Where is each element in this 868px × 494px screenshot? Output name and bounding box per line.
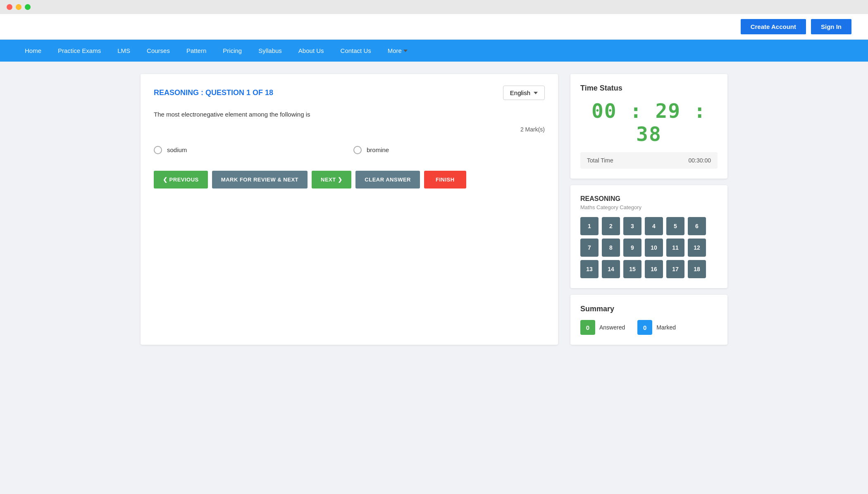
options-grid: sodium bromine: [154, 146, 545, 154]
total-time-value: 00:30:00: [689, 157, 711, 164]
language-dropdown-icon: [534, 92, 538, 94]
sidebar: Time Status 00 : 29 : 38 Total Time 00:3…: [570, 74, 727, 345]
question-nav-card: REASONING Maths Category Category 123456…: [570, 185, 727, 288]
maximize-dot[interactable]: [25, 4, 31, 10]
summary-marked: 0 Marked: [637, 320, 676, 335]
question-nav-btn-3[interactable]: 3: [623, 217, 641, 235]
navbar: Home Practice Exams LMS Courses Pattern …: [0, 40, 868, 62]
option-sodium-label: sodium: [167, 146, 187, 153]
summary-answered: 0 Answered: [580, 320, 625, 335]
question-nav-btn-1[interactable]: 1: [580, 217, 599, 235]
nav-contact-us[interactable]: Contact Us: [332, 40, 379, 62]
language-label: English: [510, 89, 530, 96]
answered-label: Answered: [599, 324, 625, 331]
summary-title: Summary: [580, 305, 718, 313]
question-nav-btn-6[interactable]: 6: [688, 217, 706, 235]
question-title: REASONING : QUESTION 1 OF 18: [154, 88, 273, 97]
nav-lms[interactable]: LMS: [109, 40, 138, 62]
radio-bromine[interactable]: [353, 146, 362, 154]
question-header: REASONING : QUESTION 1 OF 18 English: [154, 86, 545, 100]
close-dot[interactable]: [7, 4, 12, 10]
question-nav-btn-12[interactable]: 12: [688, 239, 706, 257]
question-nav-btn-17[interactable]: 17: [666, 260, 684, 278]
mark-review-button[interactable]: MARK FOR REVIEW & NEXT: [212, 171, 308, 189]
nav-pricing[interactable]: Pricing: [215, 40, 250, 62]
section-title: REASONING: [580, 195, 718, 203]
sign-in-button[interactable]: Sign In: [811, 19, 851, 34]
main-content: REASONING : QUESTION 1 OF 18 English The…: [124, 62, 744, 357]
question-nav-btn-9[interactable]: 9: [623, 239, 641, 257]
clear-answer-button[interactable]: CLEAR ANSWER: [355, 171, 420, 189]
previous-button[interactable]: ❮ PREVIOUS: [154, 171, 208, 189]
total-time-row: Total Time 00:30:00: [580, 152, 718, 169]
time-status-title: Time Status: [580, 84, 718, 93]
timer-display: 00 : 29 : 38: [580, 99, 718, 146]
section-subtitle: Maths Category Category: [580, 204, 718, 210]
marked-badge: 0: [637, 320, 652, 335]
action-buttons: ❮ PREVIOUS MARK FOR REVIEW & NEXT NEXT ❯…: [154, 171, 545, 189]
time-status-card: Time Status 00 : 29 : 38 Total Time 00:3…: [570, 74, 727, 179]
minimize-dot[interactable]: [16, 4, 21, 10]
question-nav-btn-2[interactable]: 2: [602, 217, 620, 235]
marked-label: Marked: [656, 324, 676, 331]
answered-badge: 0: [580, 320, 595, 335]
question-nav-btn-13[interactable]: 13: [580, 260, 599, 278]
nav-more[interactable]: More: [379, 40, 416, 62]
nav-syllabus[interactable]: Syllabus: [250, 40, 290, 62]
nav-about-us[interactable]: About Us: [290, 40, 332, 62]
question-nav-btn-18[interactable]: 18: [688, 260, 706, 278]
finish-button[interactable]: FINISH: [424, 171, 466, 189]
language-selector[interactable]: English: [503, 86, 545, 100]
question-nav-btn-14[interactable]: 14: [602, 260, 620, 278]
next-button[interactable]: NEXT ❯: [312, 171, 351, 189]
question-text: The most electronegative element among t…: [154, 110, 545, 119]
nav-practice-exams[interactable]: Practice Exams: [50, 40, 109, 62]
question-grid: 123456789101112131415161718: [580, 217, 718, 278]
total-time-label: Total Time: [587, 157, 613, 164]
option-bromine[interactable]: bromine: [353, 146, 545, 154]
nav-courses[interactable]: Courses: [138, 40, 178, 62]
marks-display: 2 Mark(s): [154, 126, 545, 133]
question-nav-btn-11[interactable]: 11: [666, 239, 684, 257]
radio-sodium[interactable]: [154, 146, 162, 154]
summary-row: 0 Answered 0 Marked: [580, 320, 718, 335]
question-nav-btn-4[interactable]: 4: [645, 217, 663, 235]
option-bromine-label: bromine: [367, 146, 389, 153]
question-nav-btn-5[interactable]: 5: [666, 217, 684, 235]
option-sodium[interactable]: sodium: [154, 146, 345, 154]
nav-home[interactable]: Home: [17, 40, 50, 62]
summary-card: Summary 0 Answered 0 Marked: [570, 295, 727, 345]
question-nav-btn-10[interactable]: 10: [645, 239, 663, 257]
create-account-button[interactable]: Create Account: [741, 19, 806, 34]
nav-pattern[interactable]: Pattern: [178, 40, 215, 62]
question-card: REASONING : QUESTION 1 OF 18 English The…: [141, 74, 558, 345]
header: Create Account Sign In: [0, 14, 868, 40]
question-nav-btn-7[interactable]: 7: [580, 239, 599, 257]
question-nav-btn-8[interactable]: 8: [602, 239, 620, 257]
more-dropdown-icon: [403, 50, 408, 52]
question-nav-btn-16[interactable]: 16: [645, 260, 663, 278]
window-chrome: [0, 0, 868, 14]
question-nav-btn-15[interactable]: 15: [623, 260, 641, 278]
